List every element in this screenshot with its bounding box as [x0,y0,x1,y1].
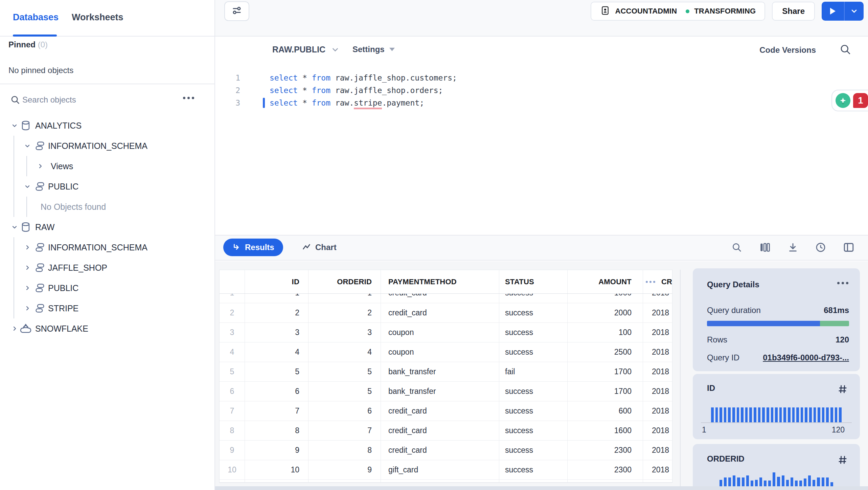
table-row[interactable]: 555bank_transferfail17002018 [220,362,672,382]
column-header-paymentmethod[interactable]: PAYMENTMETHOD [381,270,499,293]
chevron-right-icon[interactable] [36,162,45,171]
column-header-amount[interactable]: AMOUNT [568,270,643,293]
query-details-title: Query Details [707,280,759,289]
table-row[interactable]: 222credit_cardsuccess20002018 [220,303,672,323]
tree-item-public[interactable]: PUBLIC [0,278,214,298]
results-area: IDORDERIDPAYMENTMETHODSTATUSAMOUNTCREATE… [215,261,868,490]
table-row[interactable]: 998credit_cardsuccess23002018 [220,441,672,460]
results-search-icon[interactable] [731,242,742,253]
histogram-bar [822,477,824,487]
tree-item-label: ANALYTICS [35,121,82,131]
tree-item-raw[interactable]: RAW [0,217,214,237]
table-cell: 2018 [643,323,672,342]
tab-databases[interactable]: Databases [13,12,59,23]
code-text: select * from raw.jaffle_shop.customers; [270,73,457,82]
table-row[interactable]: 665bank_transfersuccess17002018 [220,382,672,401]
code-lines[interactable]: 1select * from raw.jaffle_shop.customers… [215,71,868,109]
column-header-rownum[interactable] [220,270,245,293]
chevron-right-icon[interactable] [23,263,32,272]
horizontal-scrollbar[interactable] [215,486,868,490]
table-cell: coupon [381,342,499,362]
download-icon[interactable] [787,242,798,253]
code-line-2[interactable]: 2select * from raw.jaffle_shop.orders; [215,84,868,96]
table-cell: 9 [309,460,381,480]
chevron-down-icon[interactable] [10,121,19,130]
column-header-id[interactable]: ID [245,270,309,293]
chevron-down-icon[interactable] [10,223,19,231]
sidebar-more-icon[interactable] [183,97,194,99]
pinned-count: (0) [38,40,48,49]
history-clock-icon[interactable] [815,242,826,253]
filters-button[interactable] [224,1,249,21]
tree-item-public[interactable]: PUBLIC [0,176,214,197]
tab-results[interactable]: Results [223,239,283,256]
schema-icon [34,180,46,193]
tree-guide-line [14,237,14,258]
play-icon[interactable] [822,7,844,15]
histogram-bar [719,407,722,422]
code-line-1[interactable]: 1select * from raw.jaffle_shop.customers… [215,71,868,84]
column-header-orderid[interactable]: ORDERID [309,270,381,293]
run-options-chevron-icon[interactable] [845,7,864,15]
table-row[interactable]: 10109gift_cardsuccess23002018 [220,460,672,480]
table-cell: 2018 [643,294,672,303]
snowsight-worksheet-app: Databases Worksheets Pinned (0) No pinne… [0,0,868,490]
tree-item-snowflake[interactable]: SNOWFLAKE [0,318,214,339]
chevron-down-icon[interactable] [23,141,32,150]
settings-dropdown[interactable]: Settings [352,45,395,54]
tree-item-jaffle-shop[interactable]: JAFFLE_SHOP [0,258,214,278]
tab-worksheets[interactable]: Worksheets [72,12,123,23]
histogram-bar [779,407,782,422]
sql-editor[interactable]: RAW.PUBLIC Settings Code Versions 1selec… [215,37,868,235]
hash-filter-icon[interactable] [837,454,848,467]
tree-item-information-schema[interactable]: INFORMATION_SCHEMA [0,136,214,156]
chevron-right-icon[interactable] [23,304,32,313]
tree-item-analytics[interactable]: ANALYTICS [0,115,214,136]
editor-search-icon[interactable] [839,43,851,57]
code-line-3[interactable]: 3select * from raw.stripe.payment; [215,96,868,109]
table-cell: gift_card [381,460,499,480]
tree-item-information-schema[interactable]: INFORMATION_SCHEMA [0,237,214,258]
table-row[interactable]: 776credit_cardsuccess6002018 [220,401,672,421]
column-stats-panel-id[interactable]: ID 1 120 [693,374,860,439]
column-header-created[interactable]: CREATED [643,270,672,293]
hash-filter-icon[interactable] [837,383,848,396]
query-details-menu-icon[interactable] [837,282,848,284]
share-button[interactable]: Share [772,2,815,21]
results-grid[interactable]: IDORDERIDPAYMENTMETHODSTATUSAMOUNTCREATE… [219,270,672,483]
columns-icon[interactable] [759,242,771,253]
tree-item-views[interactable]: Views [0,156,214,176]
context-selector[interactable]: ACCOUNTADMIN TRANSFORMING [591,2,765,21]
run-button[interactable] [822,2,864,21]
sidebar-tabs: Databases Worksheets [0,0,214,37]
tree-guide-line [14,258,14,278]
split-panel-icon[interactable] [843,242,854,253]
tree-item-label: STRIPE [48,304,78,313]
id-hist-min: 1 [702,425,706,435]
table-row[interactable]: 111credit_cardsuccess10002018 [220,294,672,303]
chevron-right-icon[interactable] [10,324,19,333]
table-row[interactable]: 444couponsuccess25002018 [220,342,672,362]
table-cell: 6 [309,401,381,421]
search-input[interactable] [22,92,164,108]
chevron-right-icon[interactable] [23,284,32,292]
chevron-down-icon[interactable] [23,182,32,191]
sidebar: Databases Worksheets Pinned (0) No pinne… [0,0,215,490]
tree-item-label: Views [51,161,73,171]
tree-item-stripe[interactable]: STRIPE [0,298,214,318]
chevron-right-icon[interactable] [23,243,32,252]
copilot-suggestion-pill[interactable]: 1 [831,90,868,111]
column-header-status[interactable]: STATUS [499,270,568,293]
column-menu-icon[interactable] [646,281,655,283]
database-context-dropdown[interactable]: RAW.PUBLIC [272,45,340,54]
pinned-empty-text: No pinned objects [8,66,73,75]
query-id-link[interactable]: 01b349f6-0000-d793-... [763,353,849,362]
table-cell: 2500 [568,342,643,362]
column-stats-panel-orderid[interactable]: ORDERID [693,444,860,490]
tab-chart[interactable]: Chart [302,239,337,256]
duration-label: Query duration [707,306,761,315]
table-row[interactable]: 887credit_cardsuccess16002018 [220,421,672,441]
table-row[interactable]: 333couponsuccess1002018 [220,323,672,342]
histogram-bar [759,477,762,487]
code-versions-link[interactable]: Code Versions [759,45,816,55]
